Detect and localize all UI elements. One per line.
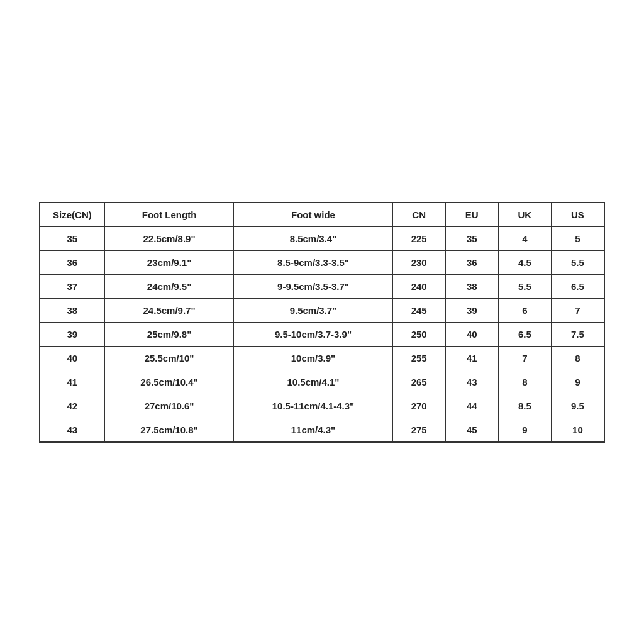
table-cell: 36 bbox=[40, 250, 105, 274]
table-row: 3925cm/9.8"9.5-10cm/3.7-3.9"250406.57.5 bbox=[40, 322, 604, 346]
table-cell: 6.5 bbox=[498, 322, 551, 346]
table-cell: 8 bbox=[498, 370, 551, 394]
table-row: 4126.5cm/10.4"10.5cm/4.1"2654389 bbox=[40, 370, 604, 394]
table-cell: 8.5 bbox=[498, 394, 551, 418]
table-cell: 35 bbox=[445, 226, 498, 250]
table-cell: 9-9.5cm/3.5-3.7" bbox=[234, 274, 392, 298]
table-cell: 10.5cm/4.1" bbox=[234, 370, 392, 394]
table-cell: 6.5 bbox=[551, 274, 604, 298]
table-cell: 9.5 bbox=[551, 394, 604, 418]
table-cell: 9 bbox=[551, 370, 604, 394]
header-foot-length: Foot Length bbox=[104, 203, 234, 226]
header-foot-wide: Foot wide bbox=[234, 203, 392, 226]
table-cell: 43 bbox=[40, 418, 105, 441]
table-cell: 27.5cm/10.8" bbox=[104, 418, 234, 441]
table-row: 3724cm/9.5"9-9.5cm/3.5-3.7"240385.56.5 bbox=[40, 274, 604, 298]
table-cell: 9.5-10cm/3.7-3.9" bbox=[234, 322, 392, 346]
header-cn: CN bbox=[392, 203, 445, 226]
table-row: 4327.5cm/10.8"11cm/4.3"27545910 bbox=[40, 418, 604, 441]
table-cell: 23cm/9.1" bbox=[104, 250, 234, 274]
table-cell: 8.5-9cm/3.3-3.5" bbox=[234, 250, 392, 274]
table-cell: 26.5cm/10.4" bbox=[104, 370, 234, 394]
header-size: Size(CN) bbox=[40, 203, 105, 226]
table-header-row: Size(CN) Foot Length Foot wide CN EU UK … bbox=[40, 203, 604, 226]
table-cell: 42 bbox=[40, 394, 105, 418]
table-cell: 10 bbox=[551, 418, 604, 441]
table-cell: 8 bbox=[551, 346, 604, 370]
table-cell: 41 bbox=[445, 346, 498, 370]
table-row: 3824.5cm/9.7"9.5cm/3.7"2453967 bbox=[40, 298, 604, 322]
table-cell: 39 bbox=[40, 322, 105, 346]
table-row: 3522.5cm/8.9"8.5cm/3.4"2253545 bbox=[40, 226, 604, 250]
table-cell: 41 bbox=[40, 370, 105, 394]
table-cell: 7 bbox=[551, 298, 604, 322]
table-cell: 7.5 bbox=[551, 322, 604, 346]
table-cell: 37 bbox=[40, 274, 105, 298]
header-uk: UK bbox=[498, 203, 551, 226]
table-cell: 10.5-11cm/4.1-4.3" bbox=[234, 394, 392, 418]
table-cell: 24.5cm/9.7" bbox=[104, 298, 234, 322]
table-cell: 44 bbox=[445, 394, 498, 418]
table-cell: 5.5 bbox=[498, 274, 551, 298]
table-cell: 11cm/4.3" bbox=[234, 418, 392, 441]
table-cell: 35 bbox=[40, 226, 105, 250]
table-cell: 4 bbox=[498, 226, 551, 250]
table-cell: 255 bbox=[392, 346, 445, 370]
table-cell: 38 bbox=[40, 298, 105, 322]
table-cell: 275 bbox=[392, 418, 445, 441]
table-cell: 7 bbox=[498, 346, 551, 370]
table-cell: 10cm/3.9" bbox=[234, 346, 392, 370]
table-cell: 38 bbox=[445, 274, 498, 298]
table-cell: 225 bbox=[392, 226, 445, 250]
table-cell: 43 bbox=[445, 370, 498, 394]
table-row: 4025.5cm/10"10cm/3.9"2554178 bbox=[40, 346, 604, 370]
table-cell: 24cm/9.5" bbox=[104, 274, 234, 298]
table-cell: 230 bbox=[392, 250, 445, 274]
table-cell: 8.5cm/3.4" bbox=[234, 226, 392, 250]
table-cell: 6 bbox=[498, 298, 551, 322]
table-cell: 40 bbox=[40, 346, 105, 370]
size-chart-table: Size(CN) Foot Length Foot wide CN EU UK … bbox=[40, 203, 604, 442]
table-cell: 5 bbox=[551, 226, 604, 250]
table-cell: 270 bbox=[392, 394, 445, 418]
table-row: 3623cm/9.1"8.5-9cm/3.3-3.5"230364.55.5 bbox=[40, 250, 604, 274]
table-cell: 9.5cm/3.7" bbox=[234, 298, 392, 322]
table-cell: 245 bbox=[392, 298, 445, 322]
table-cell: 25.5cm/10" bbox=[104, 346, 234, 370]
table-cell: 27cm/10.6" bbox=[104, 394, 234, 418]
table-cell: 5.5 bbox=[551, 250, 604, 274]
table-cell: 36 bbox=[445, 250, 498, 274]
table-cell: 39 bbox=[445, 298, 498, 322]
table-cell: 45 bbox=[445, 418, 498, 441]
header-us: US bbox=[551, 203, 604, 226]
size-chart-container: Size(CN) Foot Length Foot wide CN EU UK … bbox=[39, 202, 605, 443]
table-cell: 40 bbox=[445, 322, 498, 346]
table-cell: 265 bbox=[392, 370, 445, 394]
table-cell: 25cm/9.8" bbox=[104, 322, 234, 346]
table-cell: 9 bbox=[498, 418, 551, 441]
table-cell: 240 bbox=[392, 274, 445, 298]
header-eu: EU bbox=[445, 203, 498, 226]
table-cell: 4.5 bbox=[498, 250, 551, 274]
table-cell: 250 bbox=[392, 322, 445, 346]
table-cell: 22.5cm/8.9" bbox=[104, 226, 234, 250]
table-row: 4227cm/10.6"10.5-11cm/4.1-4.3"270448.59.… bbox=[40, 394, 604, 418]
